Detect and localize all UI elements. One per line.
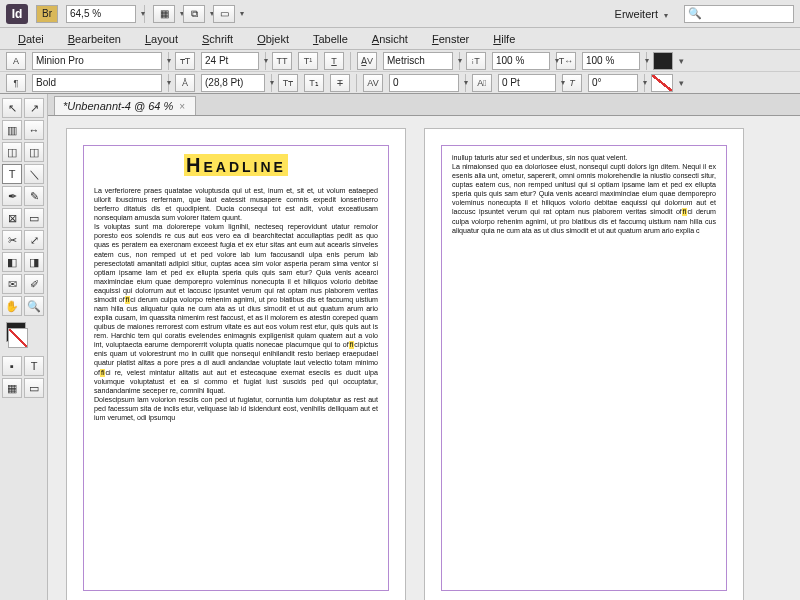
workspace-switcher[interactable]: Erweitert <box>615 8 658 20</box>
hscale-icon: T↔ <box>556 52 576 70</box>
leading-field[interactable]: (28,8 Pt) <box>201 74 265 92</box>
baseline-field[interactable]: 0 Pt <box>498 74 556 92</box>
search-icon: 🔍 <box>688 7 702 20</box>
subscript-button[interactable]: T₁ <box>304 74 324 92</box>
normal-view-button[interactable]: ▦ <box>2 378 22 398</box>
vscale-icon: ᵢT <box>466 52 486 70</box>
chevron-down-icon[interactable]: ▾ <box>679 56 684 66</box>
rectangle-frame-tool[interactable]: ⊠ <box>2 208 22 228</box>
note-tool[interactable]: ✉ <box>2 274 22 294</box>
control-panel-row1: A Minion Pro ᴛT 24 Pt TT T¹ T A̲V Metris… <box>0 50 800 72</box>
vscale-field[interactable]: 100 % <box>492 52 550 70</box>
hand-tool[interactable]: ✋ <box>2 296 22 316</box>
document-tab[interactable]: *Unbenannt-4 @ 64 % × <box>54 96 196 115</box>
para-panel-button[interactable]: ¶ <box>6 74 26 92</box>
page-right: inullup taturis atur sed et underibus, s… <box>424 128 744 600</box>
chevron-down-icon[interactable]: ▾ <box>679 78 684 88</box>
rectangle-tool[interactable]: ▭ <box>24 208 44 228</box>
skew-icon: T <box>562 74 582 92</box>
char-panel-button[interactable]: A <box>6 52 26 70</box>
search-input[interactable] <box>705 8 785 20</box>
page-tool[interactable]: ▥ <box>2 120 22 140</box>
line-tool[interactable]: ＼ <box>24 164 44 184</box>
pencil-tool[interactable]: ✎ <box>24 186 44 206</box>
leading-icon: Å <box>175 74 195 92</box>
baseline-icon: Aͣ <box>472 74 492 92</box>
menu-hilfe[interactable]: Hilfe <box>483 30 525 48</box>
control-panel-row2: ¶ Bold Å (28,8 Pt) Tᴛ T₁ T AV 0 Aͣ 0 Pt … <box>0 72 800 94</box>
strikethrough-button[interactable]: T <box>330 74 350 92</box>
scissors-tool[interactable]: ✂ <box>2 230 22 250</box>
document-tabs: *Unbenannt-4 @ 64 % × <box>48 94 800 116</box>
text-frame-right[interactable]: inullup taturis atur sed et underibus, s… <box>441 145 727 591</box>
apply-text-button[interactable]: T <box>24 356 44 376</box>
eyedropper-tool[interactable]: ✐ <box>24 274 44 294</box>
menu-objekt[interactable]: Objekt <box>247 30 299 48</box>
font-family-field[interactable]: Minion Pro <box>32 52 162 70</box>
content-placer-tool[interactable]: ◫ <box>24 142 44 162</box>
menu-schrift[interactable]: Schrift <box>192 30 243 48</box>
font-weight-field[interactable]: Bold <box>32 74 162 92</box>
search-box[interactable]: 🔍 <box>684 5 794 23</box>
kerning-icon: A̲V <box>357 52 377 70</box>
stroke-swatch-none[interactable] <box>651 74 673 92</box>
selection-tool[interactable]: ↖ <box>2 98 22 118</box>
gap-tool[interactable]: ↔ <box>24 120 44 140</box>
direct-selection-tool[interactable]: ↗ <box>24 98 44 118</box>
menu-datei[interactable]: Datei <box>8 30 54 48</box>
menu-bearbeiten[interactable]: Bearbeiten <box>58 30 131 48</box>
document-area: *Unbenannt-4 @ 64 % × Headline La verfer… <box>48 94 800 600</box>
page-left: Headline La verferiorere praes quatatae … <box>66 128 406 600</box>
bridge-icon[interactable]: Br <box>36 5 58 23</box>
font-size-icon: ᴛT <box>175 52 195 70</box>
menu-bar: Datei Bearbeiten Layout Schrift Objekt T… <box>0 28 800 50</box>
text-frame-left[interactable]: Headline La verferiorere praes quatatae … <box>83 145 389 591</box>
headline-text[interactable]: Headline <box>94 154 378 177</box>
underline-button[interactable]: T <box>324 52 344 70</box>
hscale-field[interactable]: 100 % <box>582 52 640 70</box>
toolbox: ↖↗ ▥↔ ◫◫ T＼ ✒✎ ⊠▭ ✂⤢ ◧◨ ✉✐ ✋🔍 ▪T ▦▭ <box>0 94 48 600</box>
app-logo-icon: Id <box>6 4 28 24</box>
free-transform-tool[interactable]: ⤢ <box>24 230 44 250</box>
canvas[interactable]: Headline La verferiorere praes quatatae … <box>48 116 800 600</box>
apply-color-button[interactable]: ▪ <box>2 356 22 376</box>
type-tool[interactable]: T <box>2 164 22 184</box>
arrange-docs-button[interactable]: ▭ <box>213 5 235 23</box>
close-icon[interactable]: × <box>179 101 185 112</box>
gradient-feather-tool[interactable]: ◨ <box>24 252 44 272</box>
smallcaps-button[interactable]: Tᴛ <box>278 74 298 92</box>
pen-tool[interactable]: ✒ <box>2 186 22 206</box>
fill-swatch-icon[interactable] <box>653 52 673 70</box>
app-topbar: Id Br 64,5 % ▦ ⧉ ▭ Erweitert 🔍 <box>0 0 800 28</box>
font-size-field[interactable]: 24 Pt <box>201 52 259 70</box>
body-text-left[interactable]: La verferiorere praes quatatae voluptusd… <box>94 187 378 423</box>
gradient-swatch-tool[interactable]: ◧ <box>2 252 22 272</box>
kerning-field[interactable]: Metrisch <box>383 52 453 70</box>
view-options-button[interactable]: ▦ <box>153 5 175 23</box>
tab-title: *Unbenannt-4 @ 64 % <box>63 100 173 112</box>
screen-mode-button[interactable]: ⧉ <box>183 5 205 23</box>
tracking-icon: AV <box>363 74 383 92</box>
main-area: ↖↗ ▥↔ ◫◫ T＼ ✒✎ ⊠▭ ✂⤢ ◧◨ ✉✐ ✋🔍 ▪T ▦▭ *Unb… <box>0 94 800 600</box>
menu-fenster[interactable]: Fenster <box>422 30 479 48</box>
body-text-right[interactable]: inullup taturis atur sed et underibus, s… <box>452 154 716 236</box>
menu-tabelle[interactable]: Tabelle <box>303 30 358 48</box>
zoom-select[interactable]: 64,5 % <box>66 5 136 23</box>
menu-layout[interactable]: Layout <box>135 30 188 48</box>
skew-field[interactable]: 0° <box>588 74 638 92</box>
content-collector-tool[interactable]: ◫ <box>2 142 22 162</box>
stroke-swatch[interactable] <box>8 328 28 348</box>
preview-view-button[interactable]: ▭ <box>24 378 44 398</box>
menu-ansicht[interactable]: Ansicht <box>362 30 418 48</box>
zoom-tool[interactable]: 🔍 <box>24 296 44 316</box>
superscript-button[interactable]: T¹ <box>298 52 318 70</box>
tracking-field[interactable]: 0 <box>389 74 459 92</box>
allcaps-button[interactable]: TT <box>272 52 292 70</box>
